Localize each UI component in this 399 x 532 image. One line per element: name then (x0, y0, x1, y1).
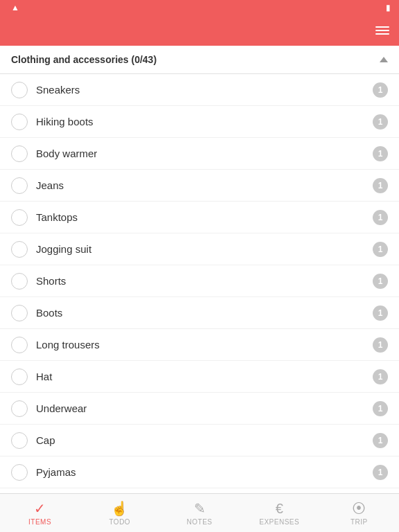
item-badge: 1 (373, 242, 388, 257)
checkbox[interactable] (11, 464, 28, 481)
tab-label-notes: NOTES (187, 518, 213, 526)
item-badge: 1 (373, 337, 388, 353)
checkbox[interactable] (11, 432, 28, 449)
tab-todo[interactable]: ☝TODO (80, 494, 159, 532)
item-label: Pyjamas (36, 466, 76, 478)
status-bar: ▲ ▮ (0, 0, 399, 15)
item-label: Cap (36, 434, 55, 446)
hamburger-line-3 (375, 33, 389, 35)
item-label: Jeans (36, 179, 64, 191)
item-label: Hiking boots (36, 116, 94, 127)
list-item[interactable]: Long trousers1 (0, 329, 399, 361)
checkbox[interactable] (11, 177, 28, 194)
item-badge: 1 (373, 401, 388, 416)
item-label: Hat (36, 371, 52, 382)
battery-icon: ▮ (386, 3, 391, 12)
item-badge: 1 (373, 305, 388, 321)
checkbox[interactable] (11, 241, 28, 258)
list-item-left: Body warmer (11, 145, 97, 162)
item-label: Tanktops (36, 211, 78, 223)
list-item-left: Hat (11, 369, 52, 385)
tab-notes[interactable]: ✎NOTES (159, 494, 239, 532)
checkbox[interactable] (11, 114, 28, 130)
checkbox[interactable] (11, 369, 28, 385)
hamburger-line-1 (375, 26, 389, 28)
tab-icon-expenses: € (276, 501, 283, 517)
tab-icon-trip: ⦿ (352, 501, 366, 517)
item-badge: 1 (373, 274, 388, 289)
list-item[interactable]: Shorts1 (0, 265, 399, 297)
item-badge: 1 (373, 210, 388, 225)
checkbox[interactable] (11, 82, 28, 98)
tab-bar: ✓ITEMS☝TODO✎NOTES€EXPENSES⦿TRIP (0, 493, 399, 532)
item-label: Sneakers (36, 84, 80, 96)
tab-icon-items: ✓ (34, 500, 46, 517)
list-item-left: Tanktops (11, 209, 78, 226)
item-label: Underwear (36, 402, 87, 414)
list-item[interactable]: Sneakers1 (0, 74, 399, 106)
list-item-left: Underwear (11, 400, 87, 417)
list-item[interactable]: Body warmer1 (0, 138, 399, 170)
list-item-left: Cap (11, 432, 55, 449)
tab-icon-todo: ☝ (111, 500, 128, 517)
status-right: ▮ (383, 3, 391, 12)
hamburger-line-2 (375, 30, 389, 31)
list-item-left: Shorts (11, 273, 66, 290)
list-item[interactable]: Boots1 (0, 297, 399, 329)
tab-label-items: ITEMS (28, 518, 51, 526)
status-left: ▲ (8, 3, 19, 12)
item-label: Jogging suit (36, 243, 91, 255)
tab-trip[interactable]: ⦿TRIP (319, 494, 399, 532)
list-item[interactable]: Hiking boots1 (0, 106, 399, 138)
list-item-left: Long trousers (11, 337, 100, 353)
item-label: Body warmer (36, 148, 97, 159)
item-label: Boots (36, 307, 62, 319)
checkbox[interactable] (11, 305, 28, 321)
list-item[interactable]: Rain coat/Poncho1 (0, 488, 399, 493)
list-item[interactable]: Pyjamas1 (0, 456, 399, 488)
section-title: Clothing and accessories (0/43) (11, 54, 157, 65)
list-item[interactable]: Tanktops1 (0, 202, 399, 233)
checkbox[interactable] (11, 145, 28, 162)
wifi-icon: ▲ (11, 3, 19, 12)
item-badge: 1 (373, 369, 388, 384)
list-item[interactable]: Underwear1 (0, 393, 399, 425)
list-item-left: Jogging suit (11, 241, 91, 258)
list-item-left: Sneakers (11, 82, 80, 98)
checkbox[interactable] (11, 337, 28, 353)
tab-label-trip: TRIP (351, 518, 368, 526)
list-item-left: Pyjamas (11, 464, 76, 481)
chevron-up-icon (380, 57, 388, 62)
checkbox[interactable] (11, 273, 28, 290)
list-item-left: Hiking boots (11, 114, 94, 130)
tab-icon-notes: ✎ (194, 500, 206, 517)
checkbox[interactable] (11, 209, 28, 226)
list-item[interactable]: Jogging suit1 (0, 233, 399, 265)
list-item-left: Jeans (11, 177, 64, 194)
menu-button[interactable] (375, 26, 389, 35)
item-badge: 1 (373, 82, 388, 98)
item-badge: 1 (373, 146, 388, 161)
item-label: Long trousers (36, 339, 100, 351)
item-badge: 1 (373, 465, 388, 480)
item-badge: 1 (373, 178, 388, 193)
section-header[interactable]: Clothing and accessories (0/43) (0, 46, 399, 74)
item-label: Shorts (36, 275, 66, 287)
tab-expenses[interactable]: €EXPENSES (240, 494, 319, 532)
tab-items[interactable]: ✓ITEMS (0, 494, 80, 532)
item-badge: 1 (373, 433, 388, 448)
checkbox[interactable] (11, 400, 28, 417)
tab-label-expenses: EXPENSES (259, 518, 299, 526)
header (0, 15, 399, 46)
list-item[interactable]: Jeans1 (0, 170, 399, 202)
list-item[interactable]: Cap1 (0, 425, 399, 456)
list-item-left: Boots (11, 305, 62, 321)
item-badge: 1 (373, 114, 388, 130)
list-item[interactable]: Hat1 (0, 361, 399, 393)
tab-label-todo: TODO (109, 518, 130, 526)
items-list: Sneakers1Hiking boots1Body warmer1Jeans1… (0, 74, 399, 493)
